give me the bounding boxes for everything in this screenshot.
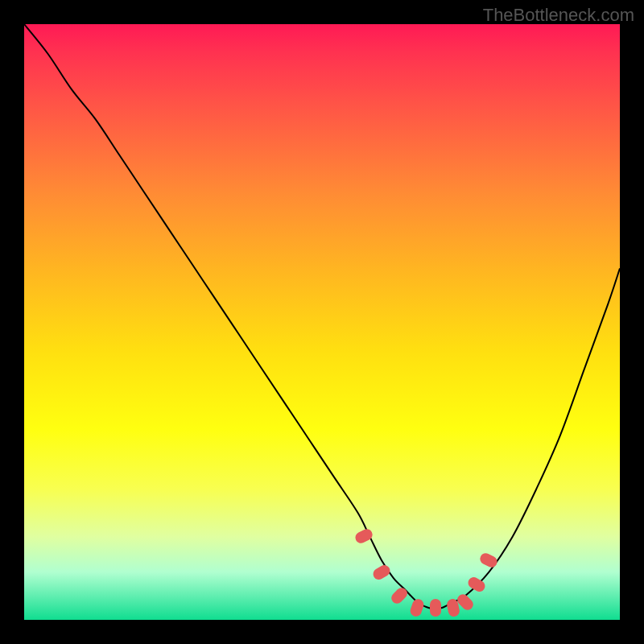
chart-marker [371, 563, 392, 581]
chart-marker [478, 551, 499, 569]
chart-marker-layer [24, 24, 620, 620]
chart-plot-area [24, 24, 620, 620]
attribution-text: TheBottleneck.com [483, 5, 634, 26]
chart-marker [466, 575, 487, 593]
chart-marker [389, 586, 409, 606]
chart-marker [353, 527, 374, 545]
chart-marker [430, 599, 441, 617]
chart-marker [409, 598, 425, 618]
